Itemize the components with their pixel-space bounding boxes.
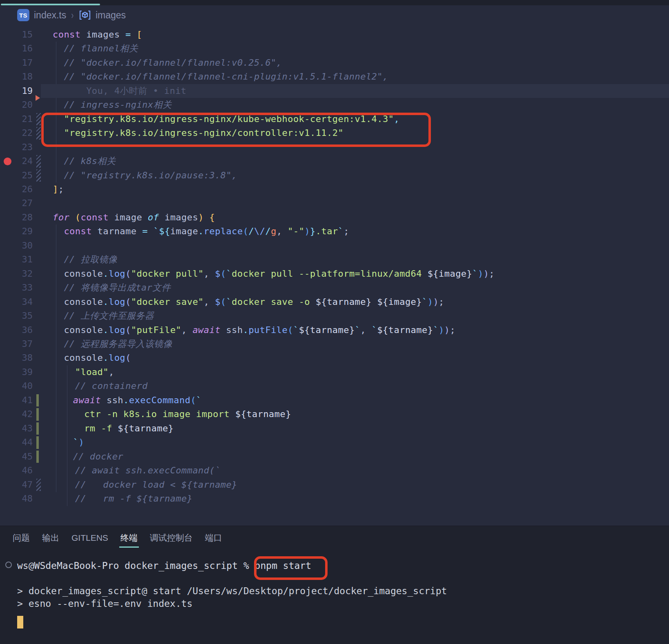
code-line[interactable]: 36 console.log("putFile", await ssh.putF… [0, 323, 669, 337]
code-line[interactable]: 18 // "docker.io/flannel/flannel-cni-plu… [0, 70, 669, 84]
gutter-breakpoint-zone[interactable] [0, 224, 15, 238]
gutter-breakpoint-zone[interactable] [0, 182, 15, 196]
line-number[interactable]: 42 [15, 407, 33, 421]
line-number[interactable]: 34 [15, 295, 33, 309]
line-number[interactable]: 28 [15, 211, 33, 224]
breadcrumb-symbol[interactable]: images [96, 10, 126, 21]
code-line[interactable]: 29 const tarname = `${image.replace(/\//… [0, 224, 669, 238]
line-number[interactable]: 30 [15, 239, 33, 253]
line-number[interactable]: 33 [15, 281, 33, 295]
code-line[interactable]: 20 // ingress-nginx相关 [0, 98, 669, 112]
code-line[interactable]: 22 "registry.k8s.io/ingress-nginx/contro… [0, 126, 669, 140]
code-line[interactable]: 30 [0, 239, 669, 253]
line-number[interactable]: 29 [15, 224, 33, 238]
gutter-breakpoint-zone[interactable] [0, 239, 15, 253]
panel-tab-终端[interactable]: 终端 [114, 526, 144, 550]
line-number[interactable]: 18 [15, 70, 33, 84]
gutter-breakpoint-zone[interactable] [0, 253, 15, 266]
gutter-breakpoint-zone[interactable] [0, 154, 15, 168]
line-number[interactable]: 38 [15, 351, 33, 365]
code-line[interactable]: 41 await ssh.execCommand(` [0, 393, 669, 407]
panel-tab-问题[interactable]: 问题 [7, 526, 36, 550]
gutter-breakpoint-zone[interactable] [0, 98, 15, 112]
gutter-breakpoint-zone[interactable] [0, 407, 15, 421]
code-line[interactable]: 17 // "docker.io/flannel/flannel:v0.25.6… [0, 56, 669, 70]
code-line[interactable]: 48 // rm -f ${tarname} [0, 492, 669, 506]
line-number[interactable]: 31 [15, 253, 33, 266]
gutter-breakpoint-zone[interactable] [0, 393, 15, 407]
code-line[interactable]: 38 console.log( [0, 351, 669, 365]
gutter-breakpoint-zone[interactable] [0, 211, 15, 224]
gutter-breakpoint-zone[interactable] [0, 478, 15, 492]
code-line[interactable]: 24 // k8s相关 [0, 154, 669, 168]
panel-tab-调试控制台[interactable]: 调试控制台 [144, 526, 199, 550]
code-line[interactable]: 23 [0, 140, 669, 154]
gutter-breakpoint-zone[interactable] [0, 70, 15, 84]
line-number[interactable]: 47 [15, 478, 33, 492]
gutter-breakpoint-zone[interactable] [0, 28, 15, 42]
gutter-breakpoint-zone[interactable] [0, 112, 15, 126]
line-number[interactable]: 37 [15, 337, 33, 351]
line-number[interactable]: 44 [15, 435, 33, 449]
code-line[interactable]: 26]; [0, 182, 669, 196]
line-number[interactable]: 45 [15, 450, 33, 464]
gutter-breakpoint-zone[interactable] [0, 295, 15, 309]
line-number[interactable]: 16 [15, 42, 33, 56]
line-number[interactable]: 15 [15, 28, 33, 42]
line-number[interactable]: 48 [15, 492, 33, 506]
gutter-breakpoint-zone[interactable] [0, 450, 15, 464]
code-line[interactable]: 34 console.log("docker save", $(`docker … [0, 295, 669, 309]
line-number[interactable]: 24 [15, 154, 33, 168]
gutter-breakpoint-zone[interactable] [0, 323, 15, 337]
gutter-breakpoint-zone[interactable] [0, 435, 15, 449]
gutter-breakpoint-zone[interactable] [0, 126, 15, 140]
code-line[interactable]: 42 ctr -n k8s.io image import ${tarname} [0, 407, 669, 421]
code-line[interactable]: 31 // 拉取镜像 [0, 253, 669, 266]
code-line[interactable]: 33 // 将镜像导出成tar文件 [0, 281, 669, 295]
line-number[interactable]: 46 [15, 464, 33, 477]
panel-tab-输出[interactable]: 输出 [36, 526, 65, 550]
line-number[interactable]: 35 [15, 309, 33, 323]
code-line[interactable]: 28for (const image of images) { [0, 211, 669, 224]
line-number[interactable]: 43 [15, 422, 33, 435]
gutter-breakpoint-zone[interactable] [0, 337, 15, 351]
line-number[interactable]: 22 [15, 126, 33, 140]
line-number[interactable]: 36 [15, 323, 33, 337]
code-line[interactable]: 21 "registry.k8s.io/ingress-nginx/kube-w… [0, 112, 669, 126]
gutter-breakpoint-zone[interactable] [0, 56, 15, 70]
gutter-breakpoint-zone[interactable] [0, 351, 15, 365]
code-line[interactable]: 25 // "registry.k8s.io/pause:3.8", [0, 169, 669, 182]
code-line[interactable]: 44 `) [0, 435, 669, 449]
code-line[interactable]: 47 // docker load < ${tarname} [0, 478, 669, 492]
line-number[interactable]: 32 [15, 267, 33, 281]
gutter-breakpoint-zone[interactable] [0, 281, 15, 295]
line-number[interactable]: 27 [15, 196, 33, 210]
line-number[interactable]: 17 [15, 56, 33, 70]
gutter-breakpoint-zone[interactable] [0, 169, 15, 182]
line-number[interactable]: 39 [15, 365, 33, 379]
breadcrumb-file[interactable]: index.ts [34, 10, 66, 21]
code-line[interactable]: 15const images = [ [0, 28, 669, 42]
code-line[interactable]: 40 // containerd [0, 379, 669, 393]
panel-tab-GITLENS[interactable]: GITLENS [65, 526, 114, 550]
line-number[interactable]: 40 [15, 379, 33, 393]
code-line[interactable]: 27 [0, 196, 669, 210]
gutter-breakpoint-zone[interactable] [0, 42, 15, 56]
code-line[interactable]: 32 console.log("docker pull", $(`docker … [0, 267, 669, 281]
code-line[interactable]: 43 rm -f ${tarname} [0, 422, 669, 435]
gutter-breakpoint-zone[interactable] [0, 379, 15, 393]
line-number[interactable]: 21 [15, 112, 33, 126]
line-number[interactable]: 20 [15, 98, 33, 112]
code-line[interactable]: 45 // docker [0, 450, 669, 464]
line-number[interactable]: 26 [15, 182, 33, 196]
gutter-breakpoint-zone[interactable] [0, 196, 15, 210]
gutter-breakpoint-zone[interactable] [0, 140, 15, 154]
code-line[interactable]: 35 // 上传文件至服务器 [0, 309, 669, 323]
gutter-breakpoint-zone[interactable] [0, 492, 15, 506]
gutter-breakpoint-zone[interactable] [0, 309, 15, 323]
gutter-breakpoint-zone[interactable] [0, 267, 15, 281]
panel-tab-端口[interactable]: 端口 [199, 526, 228, 550]
gutter-breakpoint-zone[interactable] [0, 464, 15, 477]
code-line[interactable]: 46 // await ssh.execCommand(` [0, 464, 669, 477]
gutter-breakpoint-zone[interactable] [0, 422, 15, 435]
